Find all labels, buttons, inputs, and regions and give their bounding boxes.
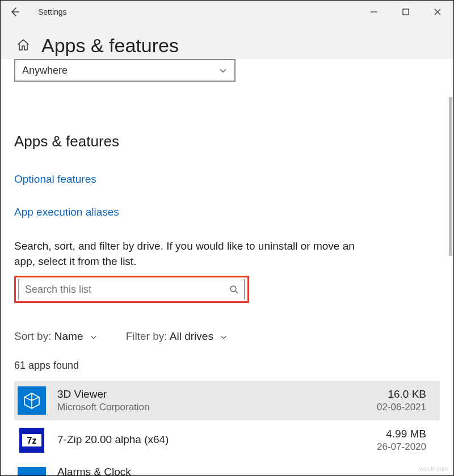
- svg-rect-11: [18, 467, 46, 476]
- app-meta: 16.0 KB 02-06-2021: [377, 388, 426, 413]
- svg-point-4: [230, 286, 236, 292]
- app-icon-7zip: 7z: [18, 426, 46, 454]
- close-icon: [434, 8, 442, 16]
- minimize-icon: [370, 8, 378, 16]
- filter-label: Filter by:: [126, 330, 167, 342]
- scrollbar[interactable]: [449, 97, 452, 256]
- titlebar-left: Settings: [1, 1, 67, 23]
- watermark: wsxdn.com: [419, 466, 448, 472]
- app-date: 26-07-2020: [377, 441, 426, 453]
- app-row-alarms-clock[interactable]: Alarms & Clock: [14, 460, 440, 476]
- chevron-down-icon: [90, 333, 98, 341]
- link-text: Optional features: [14, 173, 96, 185]
- window-controls: [358, 1, 453, 23]
- install-source-dropdown[interactable]: Anywhere: [14, 59, 236, 82]
- app-name: Alarms & Clock: [57, 466, 436, 476]
- app-row-7zip[interactable]: 7z 7-Zip 20.00 alpha (x64) 4.99 MB 26-07…: [14, 420, 440, 460]
- back-button[interactable]: [1, 1, 29, 23]
- section-title: Apps & features: [14, 133, 440, 150]
- app-name: 7-Zip 20.00 alpha (x64): [57, 433, 377, 446]
- svg-rect-1: [403, 9, 409, 15]
- search-box[interactable]: [18, 279, 245, 300]
- svg-text:7z: 7z: [27, 436, 37, 445]
- install-source-value: Anywhere: [22, 65, 68, 77]
- optional-features-link[interactable]: Optional features: [14, 173, 440, 186]
- sort-value: Name: [54, 330, 83, 342]
- search-input[interactable]: [25, 284, 229, 296]
- titlebar: Settings: [1, 1, 453, 23]
- maximize-button[interactable]: [390, 1, 422, 23]
- close-button[interactable]: [422, 1, 453, 23]
- minimize-button[interactable]: [358, 1, 390, 23]
- app-info: Alarms & Clock: [57, 466, 436, 476]
- app-name: 3D Viewer: [57, 388, 377, 401]
- app-date: 02-06-2021: [377, 402, 426, 413]
- sort-filter-bar: Sort by: Name Filter by: All drives: [14, 330, 440, 343]
- search-icon: [229, 285, 238, 294]
- back-arrow-icon: [9, 6, 20, 18]
- content: Anywhere Apps & features Optional featur…: [1, 59, 453, 476]
- link-text: App execution aliases: [14, 206, 119, 218]
- home-icon[interactable]: [16, 38, 30, 54]
- app-icon-alarms: [18, 467, 46, 476]
- app-execution-aliases-link[interactable]: App execution aliases: [14, 206, 440, 218]
- search-highlight: [14, 276, 249, 303]
- sort-label: Sort by:: [14, 330, 51, 342]
- svg-line-5: [236, 291, 238, 293]
- app-publisher: Microsoft Corporation: [57, 402, 377, 413]
- app-info: 7-Zip 20.00 alpha (x64): [57, 433, 377, 447]
- filter-by-button[interactable]: Filter by: All drives: [126, 330, 228, 343]
- app-row-3d-viewer[interactable]: 3D Viewer Microsoft Corporation 16.0 KB …: [14, 381, 440, 420]
- filter-value: All drives: [170, 330, 213, 342]
- app-count: 61 apps found: [14, 360, 440, 372]
- window-title: Settings: [38, 7, 67, 16]
- maximize-icon: [402, 8, 410, 16]
- app-icon-3d-viewer: [18, 386, 46, 415]
- app-info: 3D Viewer Microsoft Corporation: [57, 388, 377, 413]
- chevron-down-icon: [220, 333, 228, 341]
- sort-by-button[interactable]: Sort by: Name: [14, 330, 98, 343]
- app-list: 3D Viewer Microsoft Corporation 16.0 KB …: [14, 381, 440, 476]
- app-size: 16.0 KB: [377, 388, 426, 401]
- app-size: 4.99 MB: [377, 428, 426, 440]
- page-title: Apps & features: [41, 35, 179, 57]
- app-meta: 4.99 MB 26-07-2020: [377, 428, 426, 453]
- help-text: Search, sort, and filter by drive. If yo…: [14, 239, 377, 269]
- chevron-down-icon: [218, 66, 228, 75]
